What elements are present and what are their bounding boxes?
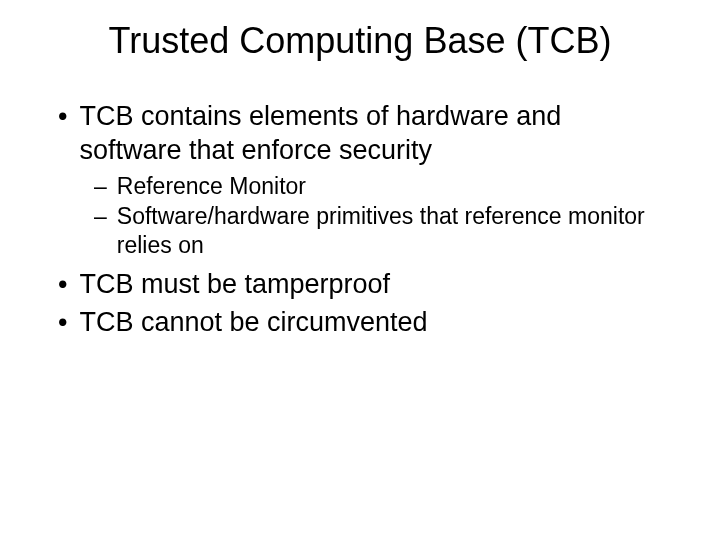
bullet-item-2: • TCB must be tamperproof bbox=[58, 268, 670, 302]
sub-text: Reference Monitor bbox=[117, 172, 670, 201]
bullet-icon: • bbox=[58, 100, 67, 134]
sub-list: – Reference Monitor – Software/hardware … bbox=[58, 172, 670, 260]
bullet-item-1: • TCB contains elements of hardware and … bbox=[58, 100, 670, 168]
slide-container: Trusted Computing Base (TCB) • TCB conta… bbox=[0, 0, 720, 373]
bullet-icon: • bbox=[58, 306, 67, 340]
bullet-text: TCB cannot be circumvented bbox=[79, 306, 670, 340]
dash-icon: – bbox=[94, 172, 107, 201]
sub-item-1: – Reference Monitor bbox=[94, 172, 670, 201]
bullet-icon: • bbox=[58, 268, 67, 302]
sub-item-2: – Software/hardware primitives that refe… bbox=[94, 202, 670, 260]
slide-title: Trusted Computing Base (TCB) bbox=[50, 20, 670, 62]
bullet-text: TCB contains elements of hardware and so… bbox=[79, 100, 670, 168]
bullet-list: • TCB contains elements of hardware and … bbox=[50, 100, 670, 339]
sub-text: Software/hardware primitives that refere… bbox=[117, 202, 670, 260]
bullet-text: TCB must be tamperproof bbox=[79, 268, 670, 302]
bullet-item-3: • TCB cannot be circumvented bbox=[58, 306, 670, 340]
dash-icon: – bbox=[94, 202, 107, 231]
